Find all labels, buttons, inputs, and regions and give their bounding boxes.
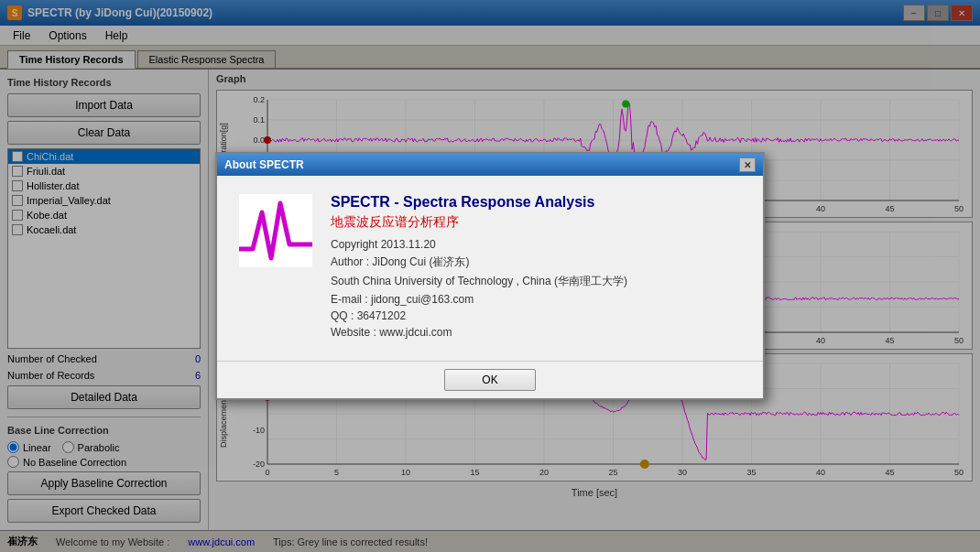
modal-app-name: SPECTR - Spectra Response Analysis — [331, 194, 741, 211]
modal-footer: OK — [217, 361, 763, 398]
modal-logo — [239, 194, 312, 267]
modal-overlay: About SPECTR ✕ SPECTR - Spectra Response… — [0, 0, 980, 552]
modal-author: Author : JiDong Cui (崔济东) — [331, 254, 741, 270]
modal-text-content: SPECTR - Spectra Response Analysis 地震波反应… — [331, 194, 741, 342]
modal-content: SPECTR - Spectra Response Analysis 地震波反应… — [217, 176, 763, 361]
modal-university: South China University of Technology , C… — [331, 274, 741, 289]
modal-close-button[interactable]: ✕ — [739, 157, 756, 172]
modal-title-bar: About SPECTR ✕ — [217, 154, 763, 176]
modal-ok-button[interactable]: OK — [444, 369, 535, 391]
modal-subtitle: 地震波反应谱分析程序 — [331, 214, 741, 231]
modal-copyright: Copyright 2013.11.20 — [331, 238, 741, 251]
modal-website: Website : www.jdcui.com — [331, 326, 741, 339]
modal-title-text: About SPECTR — [224, 158, 304, 171]
modal-email: E-mail : jidong_cui@163.com — [331, 293, 741, 306]
modal-qq: QQ : 36471202 — [331, 309, 741, 322]
about-modal: About SPECTR ✕ SPECTR - Spectra Response… — [215, 152, 765, 400]
